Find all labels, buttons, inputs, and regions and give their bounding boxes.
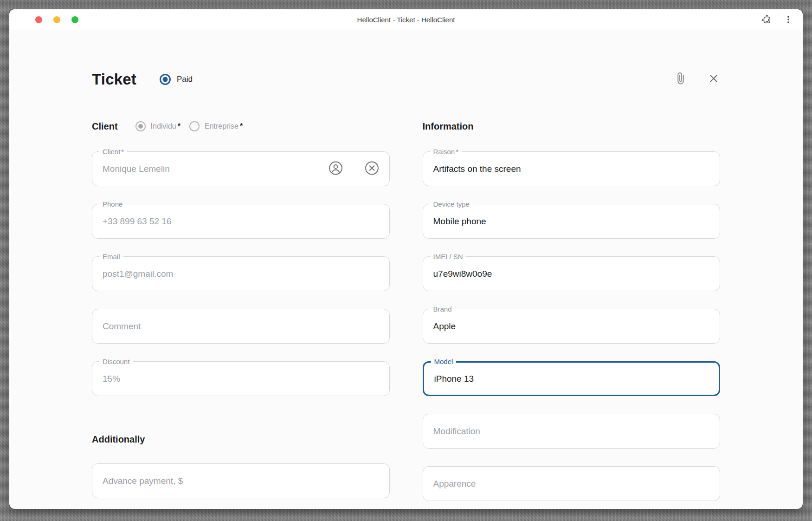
apparence-field bbox=[423, 466, 721, 501]
status-radio-paid[interactable]: Paid bbox=[160, 74, 193, 85]
traffic-lights bbox=[9, 16, 78, 23]
model-input[interactable] bbox=[424, 363, 719, 395]
model-field: Model bbox=[423, 361, 721, 396]
paid-radio-label: Paid bbox=[177, 75, 193, 84]
phone-field: Phone bbox=[92, 204, 390, 239]
client-field-label: Client* bbox=[99, 148, 127, 156]
company-required-mark: * bbox=[240, 122, 243, 130]
client-field: Client* bbox=[92, 151, 390, 186]
client-type-group: Individu * Entreprise * bbox=[127, 121, 243, 131]
kebab-menu-icon[interactable] bbox=[783, 14, 793, 25]
individual-required-mark: * bbox=[178, 122, 180, 130]
individual-radio-label: Individu bbox=[151, 122, 176, 130]
device-type-field: Device type bbox=[423, 204, 721, 239]
email-field: Email bbox=[92, 256, 390, 291]
form-columns: Client Individu * Entreprise * bbox=[92, 119, 720, 501]
phone-field-label: Phone bbox=[99, 200, 126, 208]
model-field-label: Model bbox=[431, 358, 457, 366]
person-circle-icon[interactable] bbox=[329, 161, 343, 177]
page-title: Ticket bbox=[92, 71, 136, 88]
page-header: Ticket Paid bbox=[92, 69, 720, 90]
brand-field-label: Brand bbox=[430, 305, 455, 313]
brand-field: Brand bbox=[423, 309, 721, 344]
client-field-icons bbox=[329, 161, 379, 177]
device-type-field-label: Device type bbox=[430, 200, 473, 208]
window-title: HelloClient - Ticket - HelloClient bbox=[9, 16, 803, 24]
raison-input[interactable] bbox=[423, 152, 720, 186]
email-field-label: Email bbox=[99, 253, 123, 261]
advance-payment-field bbox=[92, 463, 390, 498]
client-type-individual[interactable]: Individu * bbox=[135, 121, 180, 131]
titlebar-actions bbox=[761, 14, 803, 25]
fullscreen-window-button[interactable] bbox=[71, 16, 78, 23]
discount-input[interactable] bbox=[92, 362, 389, 396]
paid-radio-icon[interactable] bbox=[160, 74, 171, 85]
close-icon[interactable] bbox=[707, 72, 720, 87]
desktop-background: HelloClient - Ticket - HelloClient Ticke… bbox=[0, 0, 812, 521]
comment-input[interactable] bbox=[92, 309, 389, 343]
email-input[interactable] bbox=[92, 257, 389, 291]
imei-sn-input[interactable] bbox=[423, 257, 720, 291]
close-window-button[interactable] bbox=[35, 16, 42, 23]
information-heading: Information bbox=[423, 121, 474, 132]
modification-input[interactable] bbox=[423, 414, 720, 448]
information-column: Information Raison* Device type IMEI / bbox=[423, 119, 721, 501]
additionally-section-head: Additionally bbox=[92, 433, 390, 445]
apparence-input[interactable] bbox=[423, 467, 720, 501]
raison-field-label: Raison* bbox=[430, 148, 462, 156]
additionally-heading: Additionally bbox=[92, 434, 145, 445]
company-radio-icon[interactable] bbox=[189, 121, 200, 131]
ticket-page: Ticket Paid bbox=[9, 30, 803, 509]
extensions-icon[interactable] bbox=[761, 14, 772, 25]
phone-input[interactable] bbox=[92, 204, 389, 238]
minimize-window-button[interactable] bbox=[53, 16, 60, 23]
client-section-head: Client Individu * Entreprise * bbox=[92, 119, 390, 133]
clear-circle-icon[interactable] bbox=[365, 161, 379, 177]
discount-field-label: Discount bbox=[99, 358, 133, 366]
client-column: Client Individu * Entreprise * bbox=[92, 119, 390, 501]
paperclip-icon[interactable] bbox=[674, 71, 688, 88]
company-radio-label: Entreprise bbox=[205, 122, 238, 130]
modification-field bbox=[423, 414, 721, 449]
device-type-input[interactable] bbox=[423, 204, 720, 238]
app-window: HelloClient - Ticket - HelloClient Ticke… bbox=[9, 9, 803, 509]
raison-field: Raison* bbox=[423, 151, 721, 186]
discount-field: Discount bbox=[92, 361, 390, 396]
titlebar: HelloClient - Ticket - HelloClient bbox=[9, 9, 803, 30]
imei-sn-field: IMEI / SN bbox=[423, 256, 721, 291]
comment-field bbox=[92, 309, 390, 344]
client-type-company[interactable]: Entreprise * bbox=[189, 121, 243, 131]
information-section-head: Information bbox=[423, 119, 721, 133]
brand-input[interactable] bbox=[423, 309, 720, 343]
client-heading: Client bbox=[92, 121, 118, 132]
header-actions bbox=[674, 71, 720, 88]
advance-payment-input[interactable] bbox=[92, 464, 389, 498]
individual-radio-icon[interactable] bbox=[135, 121, 146, 131]
imei-sn-field-label: IMEI / SN bbox=[430, 253, 466, 261]
